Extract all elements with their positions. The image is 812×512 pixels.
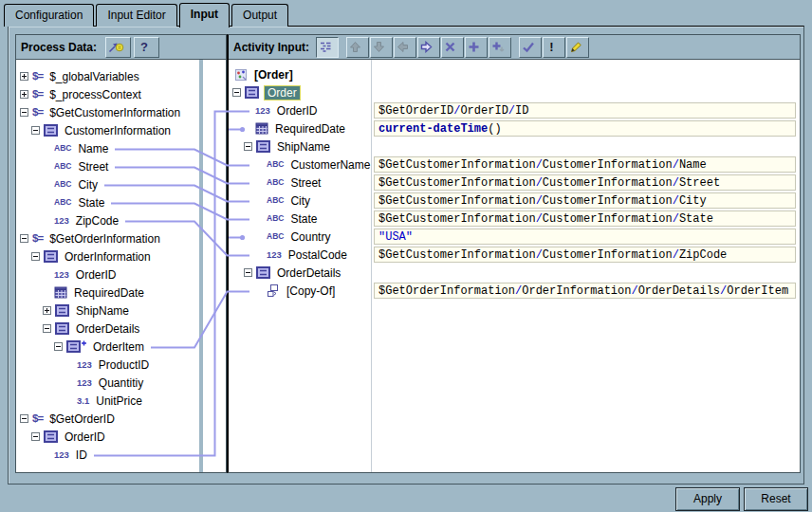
xpath-expression-field[interactable]: $GetCustomerInformation/CustomerInformat… (374, 192, 796, 209)
process-node-customerinformation[interactable]: CustomerInformation (16, 121, 199, 139)
activity-node-city[interactable]: ABCCity$GetCustomerInformation/CustomerI… (229, 192, 800, 210)
activity-node-order[interactable]: [Order] (229, 65, 800, 83)
goto-mapped-button[interactable] (105, 37, 131, 58)
activity-node-label: Order (264, 85, 301, 101)
move-up-button[interactable] (346, 37, 369, 58)
process-node-getorderid[interactable]: $=$GetOrderID (16, 410, 199, 428)
process-node-requireddate[interactable]: RequiredDate (16, 283, 199, 302)
tab-input[interactable]: Input (179, 3, 230, 27)
xpath-expression-field[interactable]: current-dateTime() (374, 120, 796, 137)
activity-node-order[interactable]: Order (229, 83, 800, 101)
add-child-icon (491, 41, 505, 53)
xpath-expression-field[interactable]: $GetCustomerInformation/CustomerInformat… (374, 174, 796, 191)
apply-button[interactable]: Apply (675, 487, 740, 511)
process-node-city[interactable]: ABCCity (16, 175, 199, 193)
xpath-expression-field[interactable]: $GetCustomerInformation/CustomerInformat… (374, 210, 796, 227)
expand-toggle-minus[interactable] (54, 342, 63, 351)
process-node-orderid[interactable]: OrderID (16, 428, 199, 446)
string-icon: ABC (267, 178, 284, 187)
activity-node-label: ShipName (275, 140, 332, 154)
process-node-id[interactable]: 123ID (16, 446, 199, 464)
help-button[interactable]: ? (134, 37, 159, 58)
expand-toggle-minus[interactable] (232, 88, 241, 97)
activity-node-name: ABCCountry (229, 228, 371, 246)
activity-node-copyof[interactable]: [Copy-Of]$GetOrderInformation/OrderInfor… (229, 282, 800, 300)
insert-button[interactable] (465, 37, 488, 58)
xpath-expression-field[interactable]: $GetOrderID/OrderID/ID (374, 102, 796, 119)
statements-button[interactable] (316, 37, 339, 58)
expand-toggle-minus[interactable] (20, 414, 28, 423)
variable-icon: $= (32, 107, 43, 119)
expand-toggle-minus[interactable] (31, 252, 40, 261)
string-icon: ABC (54, 144, 71, 153)
activity-node-shipname[interactable]: ShipName (229, 137, 800, 155)
xpath-expression-field[interactable]: $GetCustomerInformation/CustomerInformat… (374, 247, 796, 263)
process-node-shipname[interactable]: ShipName (16, 302, 199, 320)
process-node-label: $GetCustomerInformation (47, 106, 182, 119)
activity-node-street[interactable]: ABCStreet$GetCustomerInformation/Custome… (229, 174, 800, 192)
integer-icon: 123 (77, 378, 92, 388)
expand-toggle-minus[interactable] (43, 324, 51, 333)
activity-node-name: Order (229, 83, 371, 101)
process-node-getcustomerinformation[interactable]: $=$GetCustomerInformation (16, 103, 199, 121)
process-node-name[interactable]: ABCName (16, 139, 199, 157)
edit-button[interactable] (566, 37, 589, 58)
process-node-label: $_globalVariables (47, 70, 141, 83)
activity-node-postalcode[interactable]: 123PostalCode$GetCustomerInformation/Cus… (229, 246, 800, 264)
process-node-quantitiy[interactable]: 123Quantitiy (16, 374, 199, 392)
process-node-orderinformation[interactable]: OrderInformation (16, 247, 199, 265)
process-node-unitprice[interactable]: 3.1UnitPrice (16, 392, 199, 410)
move-right-button[interactable] (417, 37, 440, 58)
tab-configuration[interactable]: Configuration (4, 4, 94, 27)
variable-icon: $= (32, 89, 43, 101)
tab-input-editor[interactable]: Input Editor (96, 4, 176, 27)
expand-toggle-minus[interactable] (20, 234, 28, 243)
delete-button[interactable] (441, 37, 464, 58)
xpath-expression-empty (374, 138, 796, 155)
process-node-zipcode[interactable]: 123ZipCode (16, 211, 199, 229)
process-node-_globalvariables[interactable]: $=$_globalVariables (16, 67, 199, 85)
activity-node-name: ShipName (229, 137, 371, 155)
expand-toggle-minus[interactable] (31, 432, 40, 441)
process-node-orderid[interactable]: 123OrderID (16, 265, 199, 283)
process-node-state[interactable]: ABCState (16, 193, 199, 211)
process-node-label: OrderID (74, 268, 119, 282)
insert-child-button[interactable] (489, 37, 511, 58)
expand-toggle-plus[interactable] (20, 72, 28, 81)
errors-button[interactable]: ! (543, 37, 565, 58)
process-node-street[interactable]: ABCStreet (16, 157, 199, 175)
expand-toggle-plus[interactable] (20, 90, 28, 99)
process-node-productid[interactable]: 123ProductID (16, 356, 199, 374)
tab-output[interactable]: Output (231, 4, 288, 27)
move-left-button[interactable] (394, 37, 416, 58)
validate-button[interactable] (519, 37, 542, 58)
expand-toggle-minus[interactable] (20, 108, 28, 117)
expand-toggle-minus[interactable] (244, 268, 252, 277)
activity-node-country[interactable]: ABCCountry"USA" (229, 228, 800, 246)
process-node-getorderinformation[interactable]: $=$GetOrderInformation (16, 229, 199, 247)
xpath-expression-field[interactable]: $GetCustomerInformation/CustomerInformat… (374, 156, 796, 173)
activity-node-orderid[interactable]: 123OrderID$GetOrderID/OrderID/ID (229, 101, 800, 119)
move-down-button[interactable] (370, 37, 393, 58)
process-node-orderitem[interactable]: OrderItem (16, 338, 199, 356)
reset-button[interactable]: Reset (744, 487, 808, 511)
process-data-header: Process Data: ? (16, 35, 226, 60)
activity-node-state[interactable]: ABCState$GetCustomerInformation/Customer… (229, 210, 800, 228)
element-icon (256, 140, 270, 153)
process-node-label: State (76, 196, 106, 210)
activity-node-requireddate[interactable]: RequiredDatecurrent-dateTime() (229, 119, 800, 137)
expand-toggle-minus[interactable] (244, 142, 252, 151)
activity-node-customername[interactable]: ABCCustomerName$GetCustomerInformation/C… (229, 155, 800, 174)
xpath-expression-field[interactable]: $GetOrderInformation/OrderInformation/Or… (374, 283, 796, 299)
activity-node-name: [Copy-Of] (229, 282, 371, 300)
expand-toggle-minus[interactable] (31, 126, 40, 135)
activity-node-orderdetails[interactable]: OrderDetails (229, 264, 800, 282)
process-data-title: Process Data: (21, 41, 97, 54)
activity-node-name: ABCStreet (229, 174, 371, 192)
process-node-_processcontext[interactable]: $=$_processContext (16, 85, 199, 103)
process-node-label: OrderDetails (74, 322, 141, 336)
xpath-expression-field[interactable]: "USA" (374, 229, 796, 245)
expand-toggle-plus[interactable] (43, 306, 51, 315)
activity-node-label: State (288, 212, 319, 226)
process-node-orderdetails[interactable]: OrderDetails (16, 320, 199, 338)
